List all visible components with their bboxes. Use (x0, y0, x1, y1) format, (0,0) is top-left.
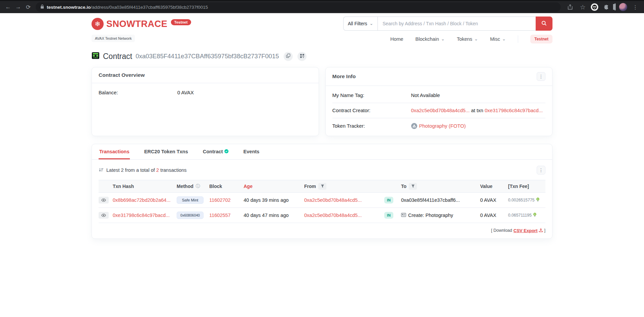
search-button[interactable] (536, 17, 552, 31)
contract-address: 0xa03E85F4411e37CBAff635975bf38cB2737F00… (136, 53, 279, 60)
snowtrace-logo[interactable]: ❄ SNOWTRACE Testnet (92, 17, 191, 30)
eye-icon (101, 213, 106, 218)
creation-txn-link[interactable]: 0xe31798c6c84c97bacd... (485, 108, 543, 113)
chevron-down-icon: ⌄ (502, 38, 506, 40)
gas-savings-bulb-icon[interactable]: $ (536, 197, 540, 203)
logo-testnet-badge: Testnet (171, 19, 191, 25)
tab-bar: Transactions ERC20 Token Txns Contract E… (92, 144, 552, 160)
chevron-down-icon: ⌄ (369, 22, 373, 25)
block-link[interactable]: 11602557 (209, 213, 230, 218)
table-row: 0x8b698ac72bd20b2a64... Safe Mint 116027… (99, 193, 545, 208)
block-link[interactable]: 11602702 (209, 197, 230, 203)
download-prefix: [ Download (491, 228, 512, 233)
svg-text:$: $ (534, 213, 535, 215)
side-panel-icon[interactable] (614, 4, 616, 10)
creator-address-link[interactable]: 0xa2c5e0bd70b48a4cd5... (411, 108, 470, 113)
copy-icon (286, 54, 290, 59)
from-filter-button[interactable] (318, 183, 326, 190)
name-tag-label: My Name Tag: (332, 93, 411, 98)
from-address-link[interactable]: 0xa2c5e0bd70b48a4cd5... (304, 213, 362, 218)
col-to: To (401, 183, 480, 190)
col-age[interactable]: Age (244, 184, 304, 189)
age-cell: 40 days 39 mins ago (244, 197, 304, 203)
lock-icon (40, 4, 44, 10)
col-txn-fee: [Txn Fee] (508, 184, 545, 189)
nav-misc[interactable]: Misc⌄ (490, 36, 506, 42)
more-info-menu-button[interactable]: ⋮ (537, 72, 545, 81)
contract-avatar-icon (92, 52, 100, 61)
preview-txn-button[interactable] (99, 212, 109, 219)
url-path: /address/0xa03e85f4411e37cbaff635975bf38… (91, 5, 208, 10)
preview-txn-button[interactable] (99, 197, 109, 203)
tab-contract[interactable]: Contract (202, 144, 229, 159)
transactions-summary: Latest 2 from a total of 2 transactions (106, 167, 187, 173)
token-tracker-label: Token Tracker: (332, 123, 411, 129)
to-filter-button[interactable] (409, 183, 417, 190)
token-tracker-link[interactable]: Photography (FOTO) (419, 123, 466, 129)
to-address-cell: 0xa03e85f4411e37cbaff6... (401, 197, 480, 203)
balance-label: Balance: (99, 90, 177, 95)
txn-hash-link[interactable]: 0x8b698ac72bd20b2a64... (113, 197, 171, 203)
nav-testnet-button[interactable]: Testnet (530, 35, 552, 43)
chevron-down-icon: ⌄ (474, 38, 478, 40)
table-options-button[interactable]: ⋮ (537, 166, 545, 175)
at-txn-text: at txn (471, 108, 483, 113)
name-tag-value: Not Available (411, 93, 440, 98)
token-logo-icon (411, 123, 417, 129)
nav-tokens[interactable]: Tokens⌄ (457, 36, 478, 42)
snowflake-logo-icon: ❄ (92, 18, 104, 30)
logo-text: SNOWTRACE (106, 19, 168, 29)
funnel-icon (321, 184, 324, 189)
chevron-down-icon: ⌄ (441, 38, 445, 40)
balance-value: 0 AVAX (177, 90, 194, 95)
svg-text:$: $ (537, 198, 538, 200)
copy-address-button[interactable] (284, 52, 293, 61)
nav-divider (518, 35, 518, 43)
nav-blockchain[interactable]: Blockchain⌄ (416, 36, 445, 42)
method-badge: 0x60806040 (177, 212, 204, 219)
qr-code-button[interactable] (297, 52, 307, 61)
transactions-card: Transactions ERC20 Token Txns Contract E… (92, 144, 552, 239)
browser-address-bar[interactable]: testnet.snowtrace.io/address/0xa03e85f44… (36, 2, 561, 12)
gas-savings-bulb-icon[interactable]: $ (533, 213, 537, 218)
funnel-icon (411, 184, 415, 189)
tab-events[interactable]: Events (243, 144, 260, 159)
table-row: 0xe31798c6c84c97bacd... 0x60806040 11602… (99, 208, 545, 223)
network-label: AVAX Testnet Network (92, 35, 135, 42)
profile-avatar[interactable] (619, 3, 627, 11)
overview-card-title: Contract Overview (99, 72, 145, 78)
txn-fee-cell: 0.065711195 (508, 213, 532, 218)
table-header-row: Txn Hash Method ⓘ Block Age From (99, 180, 545, 193)
from-address-link[interactable]: 0xa2c5e0bd70b48a4cd5... (304, 197, 362, 203)
bookmark-star-icon[interactable]: ☆ (578, 2, 587, 12)
eye-icon (101, 198, 106, 203)
qr-code-icon (300, 54, 304, 59)
share-icon[interactable] (565, 2, 575, 12)
site-header: ❄ SNOWTRACE Testnet AVAX Testnet Network… (0, 13, 644, 43)
search-filter-dropdown[interactable]: All Filters ⌄ (343, 17, 378, 31)
info-icon[interactable]: ⓘ (196, 183, 200, 189)
browser-forward-button[interactable]: → (13, 2, 23, 12)
contract-creation-icon (401, 213, 406, 218)
txn-fee-cell: 0.0026515775 (508, 198, 535, 202)
owl-extension-icon[interactable] (591, 3, 598, 11)
filter-dropdown-label: All Filters (348, 21, 367, 26)
download-icon (539, 228, 543, 233)
url-host: testnet.snowtrace.io (47, 5, 91, 10)
age-cell: 40 days 47 mins ago (244, 213, 304, 218)
col-method: Method ⓘ (177, 183, 209, 189)
extensions-puzzle-icon[interactable] (602, 2, 611, 12)
tab-transactions[interactable]: Transactions (99, 144, 130, 159)
nav-home[interactable]: Home (390, 36, 403, 42)
browser-reload-button[interactable]: ⟳ (24, 2, 33, 12)
direction-badge: IN (384, 212, 393, 219)
main-content: Contract 0xa03E85F4411e37CBAff635975bf38… (92, 52, 552, 239)
tab-erc20-token-txns[interactable]: ERC20 Token Txns (143, 144, 188, 159)
txn-hash-link[interactable]: 0xe31798c6c84c97bacd... (113, 213, 170, 218)
search-input[interactable] (378, 17, 536, 31)
contract-creator-label: Contract Creator: (332, 108, 411, 113)
col-from: From (304, 183, 384, 190)
csv-export-link[interactable]: CSV Export (513, 228, 543, 233)
browser-menu-icon[interactable]: ⋮ (631, 2, 640, 12)
browser-back-button[interactable]: ← (3, 2, 13, 12)
